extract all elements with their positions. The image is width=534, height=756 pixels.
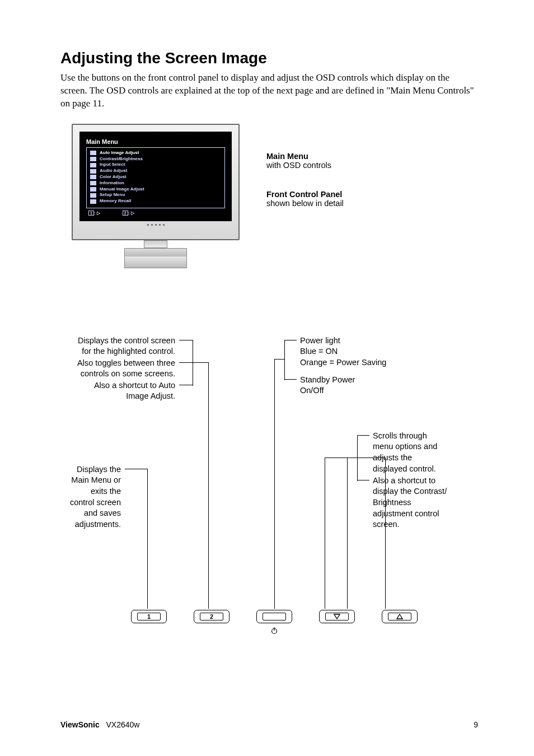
label-button2-shortcut: Also a shortcut to Auto Image Adjust. (72, 380, 175, 402)
button-down[interactable] (319, 610, 355, 623)
button-power[interactable] (256, 610, 292, 623)
label-arrow-scroll: Scrolls through menu options and adjusts… (373, 431, 437, 474)
osd-item-label: Auto Image Adjust (100, 150, 139, 156)
label-arrow-shortcut: Also a shortcut to display the Contrast/… (373, 475, 447, 530)
osd-item-label: Audio Adjust (100, 168, 127, 174)
osd-item-label: Manual Image Adjust (100, 186, 144, 193)
label-button1-main-menu: Displays the Main Menu or exits the cont… (60, 464, 121, 530)
osd-color-icon (90, 175, 96, 179)
front-control-panel-label: Front Control Panel shown below in detai… (266, 190, 344, 208)
osd-auto-icon (90, 151, 96, 155)
page-footer: ViewSonic VX2640w 9 (60, 720, 478, 729)
button-2-label: 2 (200, 613, 223, 620)
page-title: Adjusting the Screen Image (60, 49, 478, 67)
label-button2-toggle: Also toggles between three controls on s… (60, 358, 175, 380)
osd-item-label: Memory Recall (100, 198, 131, 204)
chevron-up-icon (396, 614, 403, 619)
power-icon (270, 627, 278, 636)
osd-item-label: Information (100, 180, 124, 186)
page-number: 9 (474, 720, 478, 729)
button-1-label: 1 (137, 613, 161, 620)
main-menu-label: Main Menu with OSD controls (266, 152, 344, 170)
monitor-neck (144, 240, 167, 248)
button-2[interactable]: 2 (194, 610, 229, 623)
chevron-down-icon (334, 614, 340, 619)
osd-title: Main Menu (86, 138, 225, 145)
svg-marker-1 (397, 614, 402, 619)
osd-menu: Auto Image Adjust Contrast/Brightness In… (86, 147, 225, 208)
label-standby-power: Standby Power On/Off (300, 375, 355, 396)
osd-footer: 1: ▷ 2: ▷ (86, 211, 225, 216)
label-power-light: Power light Blue = ON Orange = Power Sav… (300, 335, 386, 368)
osd-item-label: Color Adjust (100, 174, 127, 180)
button-1[interactable]: 1 (131, 610, 167, 623)
osd-audio-icon (90, 169, 96, 174)
svg-marker-0 (334, 614, 340, 619)
osd-input-icon (90, 163, 96, 167)
label-button2-control-screen: Displays the control screen for the high… (60, 335, 175, 357)
monitor-illustration: Main Menu Auto Image Adjust Contrast/Bri… (72, 124, 240, 268)
upper-figure: Main Menu Auto Image Adjust Contrast/Bri… (72, 124, 478, 268)
osd-item-label: Setup Menu (100, 192, 125, 198)
osd-item-label: Input Select (100, 162, 125, 168)
osd-info-icon (90, 181, 96, 185)
osd-setup-icon (90, 193, 96, 198)
osd-manual-icon (90, 187, 96, 192)
osd-item-label: Contrast/Brightness (100, 156, 143, 162)
button-up[interactable] (382, 610, 418, 623)
intro-paragraph: Use the buttons on the front control pan… (60, 72, 478, 110)
osd-contrast-icon (90, 157, 96, 161)
osd-memory-icon (90, 199, 96, 204)
monitor-stand (124, 248, 187, 268)
monitor-chin (79, 221, 232, 229)
lower-figure: Displays the control screen for the high… (60, 335, 478, 638)
